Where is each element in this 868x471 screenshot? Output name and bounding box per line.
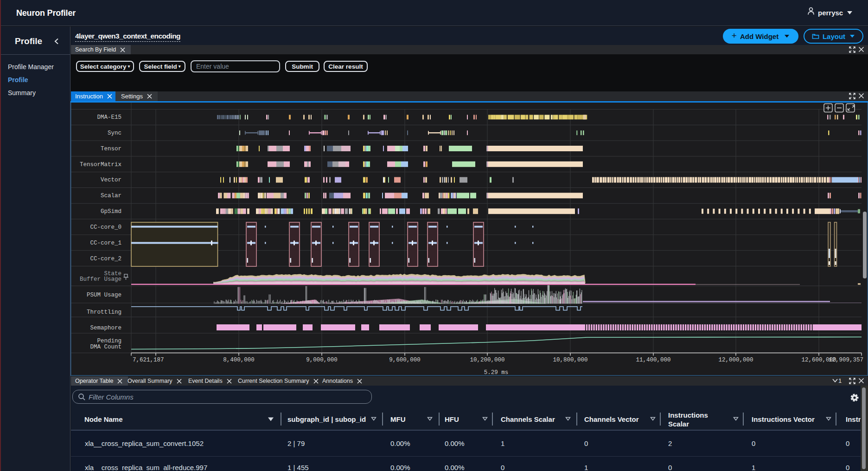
svg-text:Vector: Vector: [101, 177, 121, 183]
svg-text:Semaphore: Semaphore: [90, 325, 121, 331]
svg-text:12,000,000: 12,000,000: [718, 357, 753, 363]
svg-text:GpSimd: GpSimd: [101, 208, 121, 215]
svg-text:Tensor: Tensor: [101, 146, 121, 152]
svg-text:Sync: Sync: [108, 130, 121, 136]
svg-text:9,000,000: 9,000,000: [306, 357, 338, 363]
svg-text:5.29 ms: 5.29 ms: [484, 369, 509, 376]
svg-text:12,909,357: 12,909,357: [829, 357, 863, 363]
svg-text:7,621,187: 7,621,187: [133, 357, 164, 363]
svg-text:DMA Count: DMA Count: [90, 344, 121, 350]
svg-text:9,600,000: 9,600,000: [389, 357, 421, 363]
svg-text:CC-core_2: CC-core_2: [90, 256, 121, 262]
svg-text:11,400,000: 11,400,000: [636, 357, 670, 363]
svg-text:CC-core_1: CC-core_1: [90, 240, 121, 246]
svg-text:Pending: Pending: [97, 338, 121, 344]
svg-text:10,800,000: 10,800,000: [553, 357, 587, 363]
svg-text:10,200,000: 10,200,000: [470, 357, 504, 363]
svg-text:Buffer Usage: Buffer Usage: [80, 276, 121, 283]
svg-text:DMA-E15: DMA-E15: [97, 114, 121, 121]
svg-text:CC-core_0: CC-core_0: [90, 224, 121, 231]
svg-text:PSUM Usage: PSUM Usage: [87, 292, 121, 298]
svg-text:TensorMatrix: TensorMatrix: [80, 161, 121, 168]
svg-text:Scalar: Scalar: [101, 193, 121, 199]
svg-text:Throttling: Throttling: [87, 309, 121, 316]
svg-text:8,400,000: 8,400,000: [223, 357, 255, 363]
